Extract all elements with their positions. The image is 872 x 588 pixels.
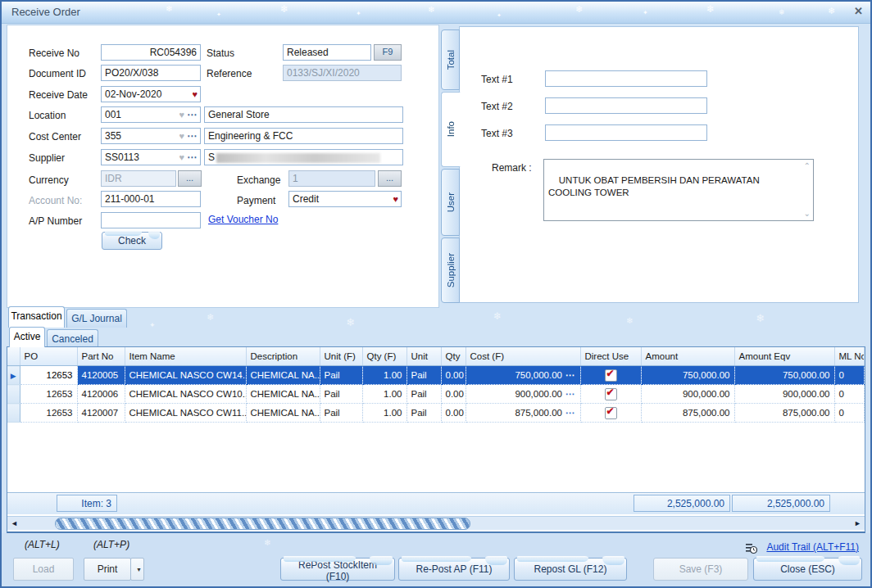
- side-tab-supplier[interactable]: Supplier: [441, 237, 460, 303]
- ap-number-label: A/P Number: [29, 215, 82, 227]
- repost-gl-button[interactable]: Repost GL (F12): [514, 558, 627, 581]
- text2-input[interactable]: [545, 97, 707, 114]
- sparkle-icon: ✦: [356, 10, 361, 17]
- audit-trail-icon[interactable]: [745, 542, 757, 557]
- col-amount-eqv[interactable]: Amount Eqv: [734, 347, 834, 366]
- receive-date-input[interactable]: 02-Nov-2020 ♥: [101, 86, 201, 102]
- item-count-box: Item: 3: [57, 495, 117, 512]
- col-direct-use[interactable]: Direct Use: [580, 347, 641, 366]
- remark-textarea[interactable]: UNTUK OBAT PEMBERSIH DAN PERAWATAN COOLI…: [543, 159, 814, 221]
- col-unit[interactable]: Unit: [406, 347, 441, 366]
- direct-use-checkbox[interactable]: ✔: [605, 407, 617, 419]
- close-button[interactable]: Close (ESC): [753, 558, 862, 581]
- receive-no-input[interactable]: RC054396: [101, 44, 201, 61]
- exchange-browse-button[interactable]: ...: [378, 170, 402, 187]
- load-button[interactable]: Load: [13, 558, 74, 581]
- tab-transaction[interactable]: Transaction: [8, 306, 65, 328]
- col-cost-f[interactable]: Cost (F): [466, 347, 580, 366]
- grid-footer: Item: 3 2,525,000.00 2,525,000.00: [7, 492, 865, 514]
- window-title: Receive Order: [11, 6, 80, 18]
- scrollbar-thumb[interactable]: [55, 518, 470, 530]
- print-button[interactable]: Print: [84, 558, 131, 581]
- scroll-left-icon[interactable]: ◄: [8, 517, 20, 530]
- check-button[interactable]: Check: [102, 232, 162, 250]
- tab-gl-journal[interactable]: G/L Journal: [66, 309, 127, 328]
- subtab-canceled[interactable]: Canceled: [47, 329, 98, 347]
- location-name-input[interactable]: General Store: [204, 106, 403, 123]
- close-icon[interactable]: ✕: [854, 5, 863, 17]
- f9-button[interactable]: F9: [374, 44, 402, 61]
- cost-ellipsis-icon[interactable]: ⋯: [565, 408, 576, 418]
- text1-label: Text #1: [481, 74, 513, 85]
- account-no-input[interactable]: 211-000-01: [101, 191, 201, 207]
- cost-ellipsis-icon[interactable]: ⋯: [565, 370, 576, 380]
- subtab-active[interactable]: Active: [9, 327, 45, 347]
- snowflake-icon: ❄: [575, 4, 583, 15]
- cost-ellipsis-icon[interactable]: ⋯: [565, 389, 576, 399]
- horizontal-scrollbar[interactable]: ◄ ►: [7, 516, 865, 530]
- snowflake-icon: ❄: [626, 316, 633, 325]
- payment-select[interactable]: Credit ♥: [288, 191, 402, 207]
- scroll-down-icon[interactable]: ⌄: [804, 210, 811, 217]
- repost-ap-button[interactable]: Re-Post AP (F11): [398, 558, 510, 581]
- browse-ellipsis-icon[interactable]: ⋯: [187, 152, 198, 163]
- snowflake-icon: ❄: [428, 5, 434, 14]
- text1-input[interactable]: [545, 70, 707, 87]
- save-button[interactable]: Save (F3): [653, 558, 748, 581]
- col-ml-no[interactable]: ML No.: [834, 347, 864, 366]
- col-qty-f[interactable]: Qty (F): [362, 347, 406, 366]
- cost-center-name-input[interactable]: Engineering & FCC: [204, 128, 403, 144]
- table-row[interactable]: 12653 4120007 CHEMICAL NASCO CW11... CHE…: [7, 404, 864, 423]
- reference-input: 0133/SJ/XI/2020: [283, 65, 402, 81]
- sparkle-icon: ✦: [216, 11, 221, 18]
- side-tab-user[interactable]: User: [441, 169, 460, 236]
- action-bar: ❄ ❄ ✦ (ALT+L) (ALT+P) Load Print ▼ RePos…: [2, 533, 870, 586]
- date-dropdown-icon[interactable]: ♥: [192, 88, 198, 101]
- snowflake-icon: ❄: [706, 3, 715, 15]
- table-row[interactable]: ▶ 12653 4120005 CHEMICAL NASCO CW14... C…: [7, 366, 864, 385]
- document-id-input[interactable]: PO20/X/038: [101, 65, 201, 81]
- currency-browse-button[interactable]: ...: [178, 170, 202, 187]
- browse-ellipsis-icon[interactable]: ⋯: [187, 130, 198, 142]
- repost-stockitem-button[interactable]: RePost StockItem (F10): [280, 558, 395, 581]
- col-part-no[interactable]: Part No: [77, 347, 125, 366]
- total-amount-box: 2,525,000.00: [634, 495, 730, 512]
- payment-dropdown-icon[interactable]: ♥: [393, 192, 398, 206]
- location-code-input[interactable]: 001 ♥⋯: [101, 106, 201, 123]
- browse-ellipsis-icon[interactable]: ⋯: [187, 109, 198, 120]
- snowflake-icon: ❄: [346, 316, 355, 328]
- scroll-up-icon[interactable]: ⌃: [804, 163, 811, 170]
- cost-center-label: Cost Center: [29, 131, 81, 142]
- ap-number-input[interactable]: [101, 212, 201, 228]
- lookup-heart-icon[interactable]: ♥: [179, 151, 184, 164]
- print-dropdown-button[interactable]: ▼: [130, 558, 144, 581]
- scroll-right-icon[interactable]: ►: [852, 517, 864, 530]
- table-row[interactable]: 12653 4120006 CHEMICAL NASCO CW10... CHE…: [7, 385, 864, 404]
- col-description[interactable]: Description: [246, 347, 320, 366]
- cost-center-code-input[interactable]: 355 ♥⋯: [101, 128, 201, 144]
- direct-use-checkbox[interactable]: ✔: [605, 388, 617, 400]
- side-tab-info[interactable]: Info: [441, 92, 461, 167]
- current-row-arrow-icon: ▶: [11, 372, 16, 380]
- alt-p-hint: (ALT+P): [93, 539, 129, 550]
- direct-use-checkbox[interactable]: ✔: [605, 369, 617, 382]
- snowflake-icon: ❄: [828, 6, 835, 16]
- indicator-header: [7, 347, 20, 366]
- col-qty[interactable]: Qty: [441, 347, 466, 366]
- get-voucher-no-link[interactable]: Get Voucher No: [208, 214, 278, 225]
- col-amount[interactable]: Amount: [641, 347, 734, 366]
- receive-no-label: Receive No: [29, 47, 79, 59]
- supplier-name-input[interactable]: S: [204, 149, 403, 165]
- side-tab-total[interactable]: Total: [441, 29, 460, 90]
- col-unit-f[interactable]: Unit (F): [320, 347, 362, 366]
- audit-trail-link[interactable]: Audit Trail (ALT+F11): [766, 541, 859, 553]
- lookup-heart-icon[interactable]: ♥: [179, 129, 184, 142]
- col-item-name[interactable]: Item Name: [125, 347, 246, 366]
- supplier-code-input[interactable]: SS0113 ♥⋯: [101, 149, 201, 165]
- snowflake-icon: ❄: [779, 8, 785, 16]
- lookup-heart-icon[interactable]: ♥: [179, 108, 184, 121]
- text3-input[interactable]: [545, 124, 707, 141]
- col-po[interactable]: PO: [20, 347, 77, 366]
- location-label: Location: [29, 110, 66, 121]
- status-input[interactable]: Released: [283, 44, 371, 61]
